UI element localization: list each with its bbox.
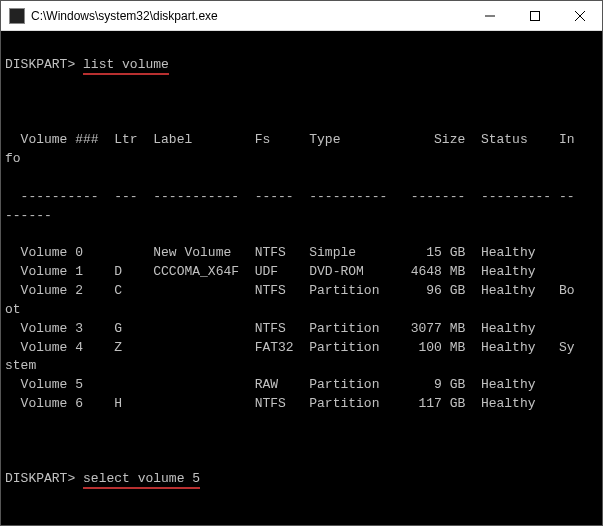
maximize-button[interactable] (512, 1, 557, 30)
minimize-icon (485, 11, 495, 21)
table-row: Volume 5 RAW Partition 9 GB Healthy (5, 376, 598, 395)
close-button[interactable] (557, 1, 602, 30)
window-controls (467, 1, 602, 30)
minimize-button[interactable] (467, 1, 512, 30)
table-row: Volume 2 C NTFS Partition 96 GB Healthy … (5, 282, 598, 320)
table-row: Volume 6 H NTFS Partition 117 GB Healthy (5, 395, 598, 414)
table-header: Volume ### Ltr Label Fs Type Size Status… (5, 131, 598, 169)
cmd-line-list-volume: DISKPART> list volume (5, 56, 598, 75)
close-icon (575, 11, 585, 21)
svg-rect-1 (530, 11, 539, 20)
table-row: Volume 0 New Volume NTFS Simple 15 GB He… (5, 244, 598, 263)
diskpart-window: C:\Windows\system32\diskpart.exe DISKPAR… (0, 0, 603, 526)
table-row: Volume 4 Z FAT32 Partition 100 MB Health… (5, 339, 598, 377)
volume-rows: Volume 0 New Volume NTFS Simple 15 GB He… (5, 244, 598, 414)
terminal-output[interactable]: DISKPART> list volume Volume ### Ltr Lab… (1, 31, 602, 525)
window-title: C:\Windows\system32\diskpart.exe (31, 9, 467, 23)
table-separator: ---------- --- ----------- ----- -------… (5, 188, 598, 226)
cmd-line-select-volume: DISKPART> select volume 5 (5, 470, 598, 489)
cmd-list-volume: list volume (83, 57, 169, 75)
table-row: Volume 1 D CCCOMA_X64F UDF DVD-ROM 4648 … (5, 263, 598, 282)
table-row: Volume 3 G NTFS Partition 3077 MB Health… (5, 320, 598, 339)
maximize-icon (530, 11, 540, 21)
titlebar[interactable]: C:\Windows\system32\diskpart.exe (1, 1, 602, 31)
cmd-select-volume: select volume 5 (83, 471, 200, 489)
app-icon (9, 8, 25, 24)
